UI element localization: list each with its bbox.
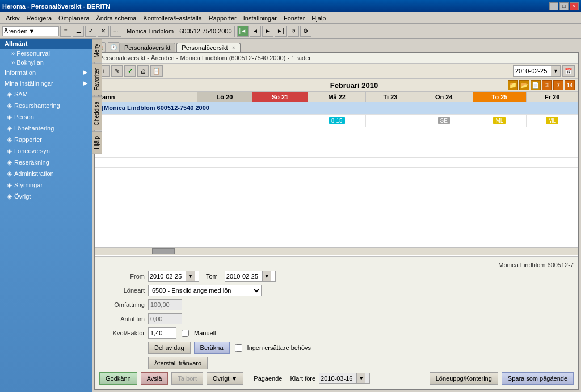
avslaa-button[interactable]: Avslå (141, 372, 169, 385)
menu-hjalp[interactable]: Hjälp (308, 14, 329, 23)
ovrigt-button[interactable]: Övrigt ▼ (207, 372, 243, 385)
klart-fore-date-picker[interactable]: ▼ (319, 373, 370, 384)
sidebar-item-styrningar[interactable]: ◈ Styrningar (0, 179, 92, 191)
shift-on24: SE (415, 115, 473, 127)
tom-date-btn[interactable]: ▼ (262, 271, 271, 281)
loneart-select[interactable]: 6500 - Enskild ange med lön (148, 285, 262, 296)
tab-personalversikt-1[interactable]: Personalöversikt (119, 43, 175, 52)
aterstaell-row: Återställ frånvaro (99, 357, 574, 369)
folder-icon-2[interactable]: 📂 (519, 80, 529, 90)
sidebar-item-ovrigt[interactable]: ◈ Övrigt (0, 191, 92, 202)
tab-meny[interactable]: Meny (92, 39, 102, 62)
week-btn-14[interactable]: 14 (565, 80, 575, 90)
tom-date-input[interactable] (225, 273, 262, 280)
close-button[interactable]: × (570, 2, 579, 10)
maximize-button[interactable]: □ (559, 2, 569, 10)
sidebar-item-resurshantering[interactable]: ◈ Resurshantering (0, 100, 92, 111)
tab-hjalp[interactable]: Hjälp (92, 131, 102, 154)
del-av-dag-button[interactable]: Del av dag (148, 342, 191, 354)
menu-omplanera[interactable]: Omplanera (55, 14, 92, 23)
refresh-button[interactable]: ↺ (288, 26, 299, 37)
spara-som-pagaende-button[interactable]: Spara som pågående (502, 372, 574, 385)
separator1 (124, 26, 124, 37)
manuell-checkbox[interactable] (182, 330, 189, 337)
edit-button[interactable]: ✎ (111, 65, 123, 77)
kvot-input[interactable] (148, 327, 176, 339)
aterstaell-franvaro-button[interactable]: Återställ frånvaro (148, 357, 208, 369)
sidebar-bokhyllan[interactable]: » Bokhyllan (0, 58, 92, 67)
nav-end-button[interactable]: ►| (275, 26, 287, 37)
klart-fore-date-btn[interactable]: ▼ (356, 373, 365, 383)
check-button[interactable]: ✓ (85, 26, 96, 37)
tab-favoriter[interactable]: Favoriter (92, 63, 102, 95)
menu-rapporter[interactable]: Rapporter (205, 14, 240, 23)
week-btn-7[interactable]: 7 (553, 80, 563, 90)
shift-on24-value[interactable]: SE (438, 117, 450, 124)
minimize-button[interactable]: _ (549, 2, 558, 10)
sidebar-item-lonehantering[interactable]: ◈ Lönehantering (0, 123, 92, 134)
employee-full-name: Monica Lindblom 600512-7540 2000 (104, 104, 209, 111)
tab-close-icon[interactable]: × (232, 45, 235, 51)
folder-icon-1[interactable]: 📁 (508, 80, 518, 90)
date-picker-dropdown-button[interactable]: ▼ (551, 66, 560, 76)
delete-button[interactable]: ✕ (98, 26, 109, 37)
scroll-thumb[interactable] (152, 248, 175, 254)
sidebar-item-rapporter[interactable]: ◈ Rapporter (0, 134, 92, 145)
from-date-input[interactable] (149, 273, 186, 280)
tom-date-picker[interactable]: ▼ (225, 271, 276, 282)
ingen-ersattare-checkbox[interactable] (235, 344, 242, 352)
sidebar-item-person[interactable]: ◈ Person (0, 111, 92, 123)
menu-fonster[interactable]: Fönster (280, 14, 308, 23)
date-input[interactable] (514, 68, 551, 74)
sidebar-item-administration[interactable]: ◈ Administration (0, 168, 92, 179)
ta-bort-button[interactable]: Ta bort (171, 372, 203, 385)
menu-redigera[interactable]: Redigera (23, 14, 55, 23)
print-button[interactable]: 🖨 (137, 65, 149, 77)
berakna-button[interactable]: Beräkna (194, 342, 230, 354)
menu-kontrollera[interactable]: Kontrollera/Fastställa (140, 14, 205, 23)
list-view-button[interactable]: ☰ (73, 26, 84, 37)
tab-cheddisa[interactable]: Cheddisa (92, 96, 102, 130)
sidebar-item-loneoversyn[interactable]: ◈ Löneöversyn (0, 145, 92, 157)
empty-row-3 (95, 147, 578, 158)
klart-fore-date-input[interactable] (319, 375, 356, 382)
sidebar-item-sam[interactable]: ◈ SAM (0, 88, 92, 100)
nav-start-button[interactable]: |◄ (237, 26, 249, 37)
sidebar-personurval[interactable]: » Personurval (0, 49, 92, 58)
more-button[interactable]: ··· (110, 26, 121, 37)
tab-personalversikt-2[interactable]: Personalöversikt × (176, 43, 240, 52)
shift-to25-value[interactable]: ML (493, 117, 506, 124)
history-button[interactable]: 🕐 (108, 42, 119, 52)
calendar-icon-button[interactable]: 📅 (562, 65, 575, 77)
separator2 (234, 26, 235, 37)
sidebar: Allmänt » Personurval » Bokhyllan Inform… (0, 39, 92, 392)
loneuppg-kontering-button[interactable]: Löneuppg/Kontering (430, 372, 498, 385)
shift-ma22-value[interactable]: 8-15 (329, 117, 345, 124)
settings-button[interactable]: ⚙ (300, 26, 311, 37)
menu-installningar[interactable]: Inställningar (240, 14, 280, 23)
sidebar-vertical-tabs: Meny Favoriter Cheddisa Hjälp (92, 39, 102, 154)
godkann-button[interactable]: Godkänn (99, 372, 137, 385)
sidebar-mina-installningar-toggle[interactable]: Mina inställningar ▶ (0, 78, 92, 88)
sidebar-information-toggle[interactable]: Information ▶ (0, 67, 92, 78)
horizontal-scrollbar[interactable] (95, 247, 578, 255)
approve-button[interactable]: ✓ (124, 65, 136, 77)
date-picker[interactable]: ▼ (513, 65, 561, 77)
folder-icon-3[interactable]: 📄 (531, 80, 541, 90)
nav-next-button[interactable]: ► (262, 26, 273, 37)
shift-so21 (252, 115, 308, 127)
from-date-btn[interactable]: ▼ (186, 271, 195, 281)
nav-prev-button[interactable]: ◄ (250, 26, 261, 37)
shift-lo20 (197, 115, 252, 127)
arenden-dropdown[interactable]: Ärenden ▼ (2, 26, 59, 36)
grid-view-button[interactable]: ≡ (60, 26, 71, 37)
sidebar-item-reserakning[interactable]: ◈ Reseräkning (0, 157, 92, 168)
shift-fr26: ML (527, 115, 578, 127)
week-btn-3[interactable]: 3 (542, 80, 552, 90)
from-date-picker[interactable]: ▼ (148, 271, 199, 282)
export-button[interactable]: 📋 (150, 65, 163, 77)
menu-arkiv[interactable]: Arkiv (2, 14, 23, 23)
shift-fr26-value[interactable]: ML (546, 117, 558, 124)
menu-andra-schema[interactable]: Ändra schema (93, 14, 140, 23)
content-area: 🏠 🕐 Personalöversikt Personalöversikt × … (92, 39, 581, 392)
